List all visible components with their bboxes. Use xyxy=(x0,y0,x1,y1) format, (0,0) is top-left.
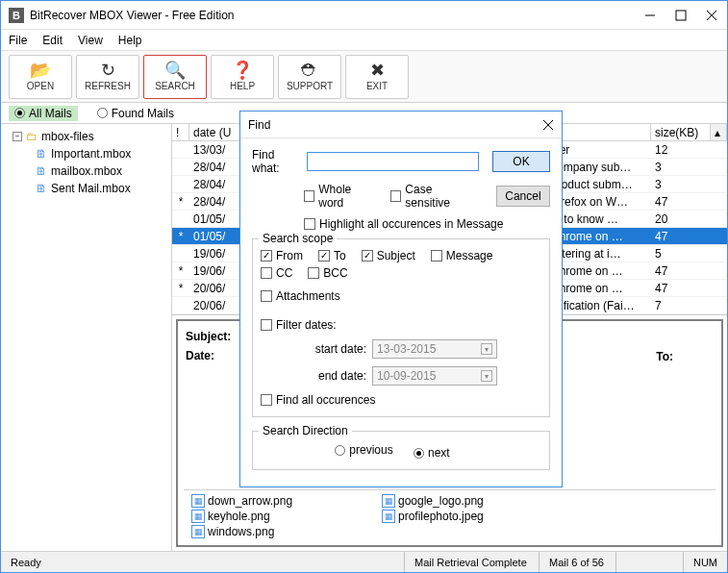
search-direction-legend: Search Direction xyxy=(259,424,352,437)
attachment-item[interactable]: ▦down_arrow.png xyxy=(191,494,364,508)
tree-root[interactable]: − 🗀 mbox-files xyxy=(7,128,165,145)
status-retrieval: Mail Retrieval Complete xyxy=(405,552,540,572)
search-icon: 🔍 xyxy=(164,62,186,79)
row-subject: otification (Fai… xyxy=(547,299,651,312)
tree-item-label: Sent Mail.mbox xyxy=(51,182,131,195)
row-subject: nt to know … xyxy=(547,212,651,226)
ok-button[interactable]: OK xyxy=(492,151,550,172)
support-button[interactable]: ⛑SUPPORT xyxy=(278,55,341,99)
attachment-item[interactable]: ▦google_logo.png xyxy=(382,494,555,508)
col-mark-header[interactable]: ! xyxy=(172,124,189,140)
find-dialog-titlebar[interactable]: Find xyxy=(240,112,562,138)
filter-found-mails[interactable]: Found Mails xyxy=(91,106,180,121)
scope-bcc-checkbox[interactable]: BCC xyxy=(308,266,347,280)
end-date-label: end date: xyxy=(261,369,366,383)
find-all-checkbox[interactable]: Find all occurences xyxy=(261,393,375,407)
find-what-label: Find what: xyxy=(252,148,301,175)
menu-file[interactable]: File xyxy=(9,34,27,47)
attachments-checkbox[interactable]: Attachments xyxy=(261,289,340,303)
dropdown-icon[interactable]: ▾ xyxy=(481,370,492,382)
find-dialog-close-icon[interactable] xyxy=(542,119,554,131)
open-button[interactable]: 📂OPEN xyxy=(9,55,72,99)
filter-dates-checkbox[interactable]: Filter dates: xyxy=(261,318,337,332)
window-title: BitRecover MBOX Viewer - Free Edition xyxy=(30,9,642,22)
tree-root-label: mbox-files xyxy=(41,130,94,143)
scope-cc-checkbox[interactable]: CC xyxy=(261,266,292,280)
attachment-item[interactable]: ▦keyhole.png xyxy=(191,510,364,523)
svg-rect-1 xyxy=(676,11,686,20)
menu-edit[interactable]: Edit xyxy=(42,34,63,47)
direction-next-radio[interactable]: next xyxy=(414,446,450,460)
search-button[interactable]: 🔍SEARCH xyxy=(143,55,207,99)
row-size: 5 xyxy=(651,247,711,261)
toolbar-label: SUPPORT xyxy=(287,81,333,91)
row-size: 12 xyxy=(651,143,711,157)
scope-subject-checkbox[interactable]: Subject xyxy=(362,249,415,262)
attachment-name: windows.png xyxy=(208,525,274,538)
tree-item[interactable]: 🗎Important.mbox xyxy=(7,145,165,162)
search-scope-fieldset: Search scope From To Subject Message CC … xyxy=(252,238,550,417)
minimize-button[interactable] xyxy=(642,8,658,23)
maximize-button[interactable] xyxy=(673,8,689,23)
start-date-input[interactable]: 13-03-2015▾ xyxy=(372,339,497,359)
menu-view[interactable]: View xyxy=(78,34,103,47)
start-date-label: start date: xyxy=(261,342,366,356)
help-button[interactable]: ❓HELP xyxy=(211,55,274,99)
scope-message-checkbox[interactable]: Message xyxy=(431,249,493,262)
file-icon: 🗎 xyxy=(36,164,47,178)
attachment-icon: ▦ xyxy=(382,494,395,508)
menu-help[interactable]: Help xyxy=(118,34,142,47)
row-subject: Firefox on W… xyxy=(547,195,651,209)
attachment-item[interactable]: ▦profilephoto.jpeg xyxy=(382,510,555,523)
support-icon: ⛑ xyxy=(301,62,318,79)
row-size: 47 xyxy=(651,230,711,243)
cancel-button[interactable]: Cancel xyxy=(496,186,550,207)
scope-to-checkbox[interactable]: To xyxy=(318,249,346,262)
status-mailcount: Mail 6 of 56 xyxy=(540,552,616,572)
attachments-bar: ▦down_arrow.png▦google_logo.png▦keyhole.… xyxy=(184,489,715,539)
collapse-icon[interactable]: − xyxy=(13,132,22,141)
filter-all-mails[interactable]: All Mails xyxy=(9,106,78,121)
attachment-icon: ▦ xyxy=(191,494,205,508)
tree-item-label: mailbox.mbox xyxy=(51,164,122,178)
direction-previous-radio[interactable]: previous xyxy=(335,443,392,457)
attachment-name: keyhole.png xyxy=(208,510,270,523)
find-dialog-title: Find xyxy=(248,118,542,132)
scroll-up-icon[interactable]: ▴ xyxy=(711,124,727,140)
find-what-input[interactable] xyxy=(307,152,479,171)
file-icon: 🗎 xyxy=(36,182,47,195)
col-size-header[interactable]: size(KB) xyxy=(651,124,711,140)
highlight-checkbox[interactable]: Highlight all occurences in Message xyxy=(304,217,503,231)
titlebar: B BitRecover MBOX Viewer - Free Edition xyxy=(1,1,727,30)
toolbar-label: SEARCH xyxy=(155,81,195,91)
file-icon: 🗎 xyxy=(36,147,47,161)
whole-word-checkbox[interactable]: Whole word xyxy=(304,183,375,210)
case-sensitive-checkbox[interactable]: Case sensitive xyxy=(390,183,475,210)
status-ready: Ready xyxy=(1,552,405,572)
attachment-item[interactable]: ▦windows.png xyxy=(191,525,364,538)
help-icon: ❓ xyxy=(232,62,253,79)
row-size: 3 xyxy=(651,178,711,191)
row-subject: product subm… xyxy=(547,178,651,191)
attachment-name: down_arrow.png xyxy=(208,494,292,508)
exit-button[interactable]: ✖EXIT xyxy=(345,55,409,99)
close-button[interactable] xyxy=(704,8,719,23)
attachment-icon: ▦ xyxy=(191,525,205,538)
tree-item[interactable]: 🗎mailbox.mbox xyxy=(7,162,165,180)
dropdown-icon[interactable]: ▾ xyxy=(481,343,492,355)
open-icon: 📂 xyxy=(30,62,51,79)
end-date-input[interactable]: 10-09-2015▾ xyxy=(372,366,497,386)
toolbar: 📂OPEN↻REFRESH🔍SEARCH❓HELP⛑SUPPORT✖EXIT xyxy=(1,51,727,103)
refresh-button[interactable]: ↻REFRESH xyxy=(76,55,139,99)
search-direction-fieldset: Search Direction previous next xyxy=(252,431,550,470)
row-subject: wer xyxy=(547,143,651,157)
toolbar-label: REFRESH xyxy=(85,81,131,91)
row-size: 3 xyxy=(651,161,711,174)
scope-from-checkbox[interactable]: From xyxy=(261,249,303,262)
row-subject: Chrome on … xyxy=(547,230,651,243)
row-subject: listering at i… xyxy=(547,247,651,261)
preview-date-label: Date: xyxy=(186,349,241,362)
tree-item[interactable]: 🗎Sent Mail.mbox xyxy=(7,180,165,197)
attachment-icon: ▦ xyxy=(382,510,395,523)
row-size: 20 xyxy=(651,212,711,226)
